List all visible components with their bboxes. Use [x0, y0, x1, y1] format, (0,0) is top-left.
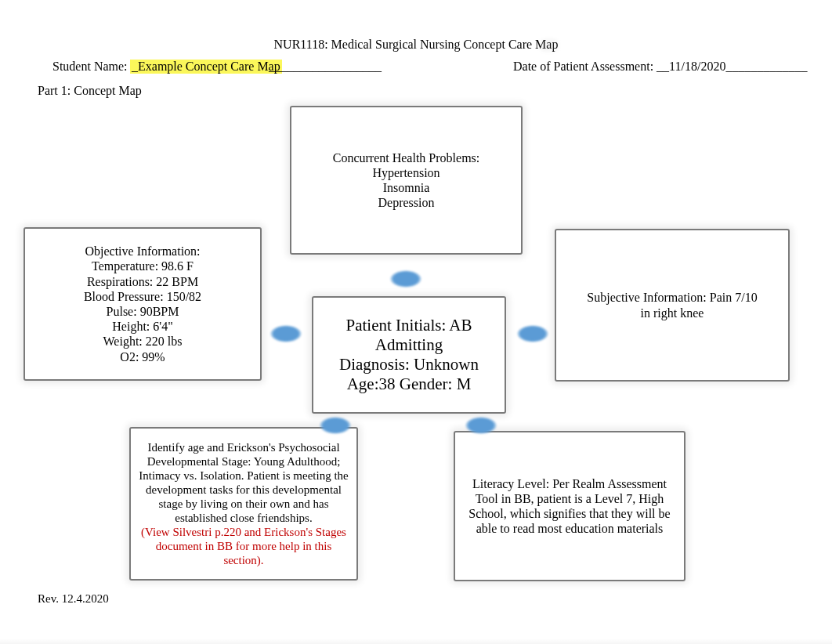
student-name-blank-line: __________________	[269, 60, 382, 74]
subjective-information-box: Subjective Information: Pain 7/10 in rig…	[555, 229, 790, 382]
connector-arrow-icon	[320, 417, 351, 434]
box-title: Objective Information:	[85, 244, 200, 259]
date-blank-line: _____________	[725, 60, 807, 73]
revision-date: Rev. 12.4.2020	[38, 592, 109, 606]
box-line: Insomnia	[383, 180, 430, 195]
connector-arrow-icon	[465, 417, 497, 434]
erickson-stage-box: Identify age and Erickson's Psychosocial…	[129, 427, 358, 581]
connector-arrow-icon	[517, 325, 548, 342]
box-line: Patient Initials: AB	[346, 316, 472, 335]
box-line: in right knee	[641, 306, 704, 320]
connector-arrow-icon	[390, 270, 421, 288]
box-line: Temperature: 98.6 F	[92, 259, 194, 273]
part-1-heading: Part 1: Concept Map	[38, 84, 142, 98]
box-line: Respirations: 22 BPM	[87, 274, 198, 289]
box-line-red: (View Silvestri p.220 and Erickson's Sta…	[139, 525, 349, 567]
box-line: Depression	[378, 195, 435, 210]
box-line: Age:38 Gender: M	[347, 374, 472, 394]
box-title: Concurrent Health Problems:	[333, 150, 480, 165]
box-line: Height: 6'4"	[112, 319, 172, 334]
box-line: Pulse: 90BPM	[107, 304, 179, 319]
date-label: Date of Patient Assessment: __	[513, 60, 669, 73]
date-value: 11/18/2020	[669, 60, 725, 73]
student-name-value: _Example Concept Care Map	[130, 60, 282, 74]
student-name-label: Student Name:	[52, 60, 128, 74]
box-line: Hypertension	[372, 165, 440, 180]
box-line: Admitting	[375, 335, 443, 355]
box-line: Weight: 220 lbs	[103, 334, 183, 349]
box-line: Diagnosis: Unknown	[339, 355, 479, 374]
assessment-date: Date of Patient Assessment: __11/18/2020…	[513, 60, 807, 74]
course-title: NUR1118: Medical Surgical Nursing Concep…	[0, 38, 832, 52]
objective-information-box: Objective Information: Temperature: 98.6…	[24, 227, 262, 381]
box-line: Subjective Information: Pain 7/10	[587, 290, 757, 305]
patient-center-box: Patient Initials: AB Admitting Diagnosis…	[312, 296, 506, 414]
connector-arrow-icon	[270, 325, 302, 342]
literacy-level-box: Literacy Level: Per Realm Assessment Too…	[454, 431, 685, 581]
box-line: O2: 99%	[120, 349, 165, 364]
box-line: Literacy Level: Per Realm Assessment Too…	[463, 476, 676, 537]
concurrent-health-problems-box: Concurrent Health Problems: Hypertension…	[290, 106, 523, 255]
box-line: Identify age and Erickson's Psychosocial…	[139, 440, 349, 525]
box-line: Blood Pressure: 150/82	[84, 289, 201, 304]
decorative-blur	[541, 39, 558, 52]
decorative-bottom-shadow	[0, 639, 832, 644]
